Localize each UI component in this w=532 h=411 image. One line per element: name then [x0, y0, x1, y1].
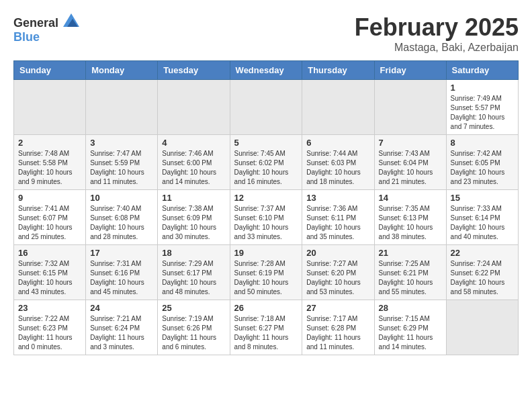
calendar-cell: 24Sunrise: 7:21 AM Sunset: 6:24 PM Dayli…: [86, 300, 158, 355]
week-row-5: 23Sunrise: 7:22 AM Sunset: 6:23 PM Dayli…: [14, 300, 519, 355]
weekday-header-friday: Friday: [374, 61, 446, 80]
day-info: Sunrise: 7:36 AM Sunset: 6:11 PM Dayligh…: [306, 204, 369, 242]
week-row-2: 2Sunrise: 7:48 AM Sunset: 5:58 PM Daylig…: [14, 135, 519, 190]
day-number: 22: [451, 248, 514, 258]
day-number: 18: [162, 248, 225, 258]
day-info: Sunrise: 7:25 AM Sunset: 6:21 PM Dayligh…: [379, 259, 442, 297]
day-number: 12: [234, 193, 298, 203]
day-number: 5: [234, 138, 298, 148]
weekday-header-tuesday: Tuesday: [158, 61, 230, 80]
day-info: Sunrise: 7:49 AM Sunset: 5:57 PM Dayligh…: [451, 94, 514, 132]
calendar-cell: 8Sunrise: 7:42 AM Sunset: 6:05 PM Daylig…: [446, 135, 518, 190]
title-block: February 2025 Mastaga, Baki, Azerbaijan: [355, 13, 519, 54]
week-row-3: 9Sunrise: 7:41 AM Sunset: 6:07 PM Daylig…: [14, 190, 519, 245]
day-number: 10: [90, 193, 153, 203]
calendar-cell: 2Sunrise: 7:48 AM Sunset: 5:58 PM Daylig…: [14, 135, 86, 190]
day-number: 20: [306, 248, 369, 258]
weekday-header-saturday: Saturday: [446, 61, 518, 80]
day-number: 15: [451, 193, 514, 203]
day-number: 24: [90, 303, 153, 313]
day-info: Sunrise: 7:41 AM Sunset: 6:07 PM Dayligh…: [18, 204, 81, 242]
day-info: Sunrise: 7:40 AM Sunset: 6:08 PM Dayligh…: [90, 204, 153, 242]
calendar-cell: 1Sunrise: 7:49 AM Sunset: 5:57 PM Daylig…: [446, 80, 518, 135]
calendar-cell: 22Sunrise: 7:24 AM Sunset: 6:22 PM Dayli…: [446, 245, 518, 300]
calendar-cell: 18Sunrise: 7:29 AM Sunset: 6:17 PM Dayli…: [158, 245, 230, 300]
calendar-cell: 4Sunrise: 7:46 AM Sunset: 6:00 PM Daylig…: [158, 135, 230, 190]
day-number: 11: [162, 193, 225, 203]
day-number: 16: [18, 248, 81, 258]
day-info: Sunrise: 7:38 AM Sunset: 6:09 PM Dayligh…: [162, 204, 225, 242]
day-number: 1: [451, 83, 514, 93]
day-info: Sunrise: 7:35 AM Sunset: 6:13 PM Dayligh…: [379, 204, 442, 242]
day-info: Sunrise: 7:48 AM Sunset: 5:58 PM Dayligh…: [18, 149, 81, 187]
weekday-header-row: SundayMondayTuesdayWednesdayThursdayFrid…: [14, 61, 519, 80]
day-info: Sunrise: 7:29 AM Sunset: 6:17 PM Dayligh…: [162, 259, 225, 297]
page-header: General Blue February 2025 Mastaga, Baki…: [13, 13, 519, 54]
calendar-cell: 7Sunrise: 7:43 AM Sunset: 6:04 PM Daylig…: [374, 135, 446, 190]
calendar-cell: 27Sunrise: 7:17 AM Sunset: 6:28 PM Dayli…: [302, 300, 374, 355]
calendar-cell: 5Sunrise: 7:45 AM Sunset: 6:02 PM Daylig…: [230, 135, 302, 190]
weekday-header-wednesday: Wednesday: [230, 61, 302, 80]
calendar-cell: 16Sunrise: 7:32 AM Sunset: 6:15 PM Dayli…: [14, 245, 86, 300]
day-number: 2: [18, 138, 81, 148]
day-info: Sunrise: 7:46 AM Sunset: 6:00 PM Dayligh…: [162, 149, 225, 187]
day-info: Sunrise: 7:24 AM Sunset: 6:22 PM Dayligh…: [451, 259, 514, 297]
day-number: 9: [18, 193, 81, 203]
calendar-cell: 26Sunrise: 7:18 AM Sunset: 6:27 PM Dayli…: [230, 300, 302, 355]
calendar-cell: 6Sunrise: 7:44 AM Sunset: 6:03 PM Daylig…: [302, 135, 374, 190]
day-number: 25: [162, 303, 225, 313]
day-info: Sunrise: 7:44 AM Sunset: 6:03 PM Dayligh…: [306, 149, 369, 187]
calendar-cell: 20Sunrise: 7:27 AM Sunset: 6:20 PM Dayli…: [302, 245, 374, 300]
day-number: 7: [379, 138, 442, 148]
calendar-cell: 11Sunrise: 7:38 AM Sunset: 6:09 PM Dayli…: [158, 190, 230, 245]
day-number: 14: [379, 193, 442, 203]
day-info: Sunrise: 7:28 AM Sunset: 6:19 PM Dayligh…: [234, 259, 298, 297]
calendar-table: SundayMondayTuesdayWednesdayThursdayFrid…: [13, 60, 519, 355]
day-info: Sunrise: 7:43 AM Sunset: 6:04 PM Dayligh…: [379, 149, 442, 187]
calendar-cell: 28Sunrise: 7:15 AM Sunset: 6:29 PM Dayli…: [374, 300, 446, 355]
day-info: Sunrise: 7:37 AM Sunset: 6:10 PM Dayligh…: [234, 204, 298, 242]
day-number: 19: [234, 248, 298, 258]
logo-text: General Blue: [13, 13, 79, 44]
calendar-cell: 14Sunrise: 7:35 AM Sunset: 6:13 PM Dayli…: [374, 190, 446, 245]
day-info: Sunrise: 7:33 AM Sunset: 6:14 PM Dayligh…: [451, 204, 514, 242]
calendar-cell: 21Sunrise: 7:25 AM Sunset: 6:21 PM Dayli…: [374, 245, 446, 300]
calendar-cell: 15Sunrise: 7:33 AM Sunset: 6:14 PM Dayli…: [446, 190, 518, 245]
calendar-cell: 23Sunrise: 7:22 AM Sunset: 6:23 PM Dayli…: [14, 300, 86, 355]
calendar-cell: [230, 80, 302, 135]
day-info: Sunrise: 7:45 AM Sunset: 6:02 PM Dayligh…: [234, 149, 298, 187]
calendar-cell: 25Sunrise: 7:19 AM Sunset: 6:26 PM Dayli…: [158, 300, 230, 355]
day-number: 3: [90, 138, 153, 148]
day-number: 27: [306, 303, 369, 313]
calendar-cell: 17Sunrise: 7:31 AM Sunset: 6:16 PM Dayli…: [86, 245, 158, 300]
day-info: Sunrise: 7:19 AM Sunset: 6:26 PM Dayligh…: [162, 314, 225, 352]
calendar-cell: [374, 80, 446, 135]
calendar-cell: 19Sunrise: 7:28 AM Sunset: 6:19 PM Dayli…: [230, 245, 302, 300]
day-number: 21: [379, 248, 442, 258]
calendar-cell: 10Sunrise: 7:40 AM Sunset: 6:08 PM Dayli…: [86, 190, 158, 245]
day-number: 26: [234, 303, 298, 313]
day-number: 4: [162, 138, 225, 148]
day-info: Sunrise: 7:15 AM Sunset: 6:29 PM Dayligh…: [379, 314, 442, 352]
day-info: Sunrise: 7:22 AM Sunset: 6:23 PM Dayligh…: [18, 314, 81, 352]
day-info: Sunrise: 7:47 AM Sunset: 5:59 PM Dayligh…: [90, 149, 153, 187]
day-number: 17: [90, 248, 153, 258]
weekday-header-monday: Monday: [86, 61, 158, 80]
day-info: Sunrise: 7:42 AM Sunset: 6:05 PM Dayligh…: [451, 149, 514, 187]
day-number: 28: [379, 303, 442, 313]
calendar-cell: 9Sunrise: 7:41 AM Sunset: 6:07 PM Daylig…: [14, 190, 86, 245]
day-number: 23: [18, 303, 81, 313]
day-info: Sunrise: 7:27 AM Sunset: 6:20 PM Dayligh…: [306, 259, 369, 297]
calendar-cell: [302, 80, 374, 135]
day-number: 13: [306, 193, 369, 203]
logo-blue: Blue: [13, 30, 40, 44]
calendar-cell: [446, 300, 518, 355]
logo-general: General: [13, 16, 58, 30]
day-number: 8: [451, 138, 514, 148]
logo: General Blue: [13, 13, 79, 44]
day-info: Sunrise: 7:21 AM Sunset: 6:24 PM Dayligh…: [90, 314, 153, 352]
calendar-cell: 13Sunrise: 7:36 AM Sunset: 6:11 PM Dayli…: [302, 190, 374, 245]
logo-icon: [63, 13, 79, 27]
calendar-cell: 3Sunrise: 7:47 AM Sunset: 5:59 PM Daylig…: [86, 135, 158, 190]
week-row-4: 16Sunrise: 7:32 AM Sunset: 6:15 PM Dayli…: [14, 245, 519, 300]
